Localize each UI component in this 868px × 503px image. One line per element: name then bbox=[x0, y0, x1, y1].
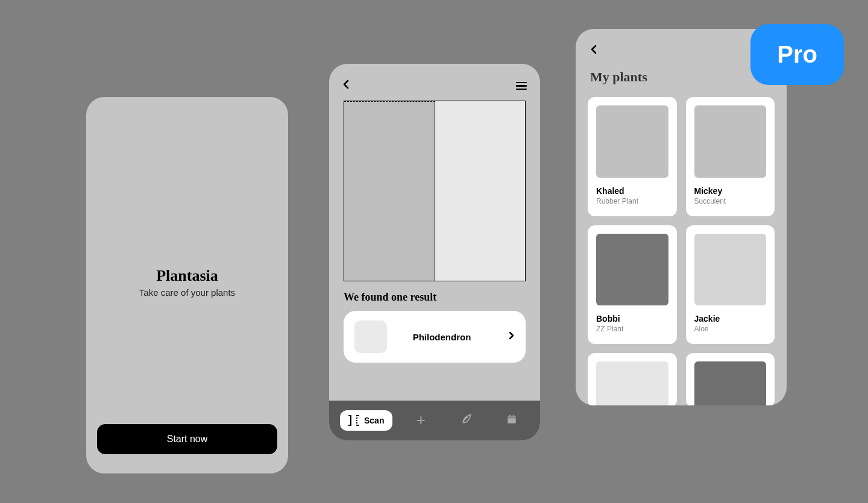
plants-screen: My plants Khaled Rubber Plant Mickey Suc… bbox=[576, 29, 787, 405]
plants-grid: Khaled Rubber Plant Mickey Succulent Bob… bbox=[588, 97, 775, 405]
welcome-screen: Plantasia Take care of your plants Start… bbox=[86, 97, 288, 473]
app-title: Plantasia bbox=[86, 267, 288, 285]
svg-rect-2 bbox=[510, 415, 511, 417]
menu-icon[interactable] bbox=[516, 82, 527, 90]
back-icon[interactable] bbox=[590, 45, 775, 57]
plant-name: Jackie bbox=[694, 314, 767, 323]
bottom-nav: Scan + bbox=[329, 401, 540, 440]
plant-image bbox=[694, 105, 767, 178]
scan-left-pane bbox=[344, 101, 435, 281]
plant-species: ZZ Plant bbox=[596, 325, 668, 333]
nav-scan-button[interactable]: Scan bbox=[340, 410, 392, 431]
calendar-icon bbox=[506, 414, 517, 425]
plant-card[interactable] bbox=[686, 353, 775, 405]
plant-species: Succulent bbox=[694, 197, 767, 205]
plant-card[interactable]: Mickey Succulent bbox=[686, 97, 775, 216]
plant-card[interactable]: Khaled Rubber Plant bbox=[588, 97, 677, 216]
svg-rect-1 bbox=[508, 416, 517, 419]
result-card[interactable]: Philodendron bbox=[344, 311, 526, 363]
plant-image bbox=[596, 105, 668, 178]
plant-card[interactable]: Bobbi ZZ Plant bbox=[588, 225, 677, 345]
nav-calendar-button[interactable] bbox=[495, 413, 530, 428]
plant-card[interactable] bbox=[588, 353, 677, 405]
leaf-icon bbox=[461, 413, 473, 425]
plant-name: Khaled bbox=[596, 186, 668, 196]
result-name: Philodendron bbox=[395, 332, 500, 342]
chevron-right-icon bbox=[509, 331, 515, 342]
scan-viewport bbox=[344, 101, 526, 281]
plant-card[interactable]: Jackie Aloe bbox=[686, 225, 775, 345]
plant-image bbox=[694, 234, 767, 306]
app-subtitle: Take care of your plants bbox=[86, 287, 288, 298]
scan-right-pane bbox=[435, 101, 526, 281]
scan-icon bbox=[348, 415, 359, 426]
start-button[interactable]: Start now bbox=[97, 424, 277, 454]
plant-image bbox=[694, 361, 767, 405]
nav-plants-button[interactable] bbox=[449, 413, 484, 428]
welcome-center: Plantasia Take care of your plants bbox=[86, 267, 288, 298]
back-icon[interactable] bbox=[342, 80, 350, 92]
scan-screen: We found one result Philodendron Scan + bbox=[329, 64, 540, 440]
plant-name: Mickey bbox=[694, 186, 767, 196]
result-heading: We found one result bbox=[344, 291, 526, 304]
scan-header bbox=[329, 64, 540, 101]
plant-species: Rubber Plant bbox=[596, 197, 668, 205]
pro-badge: Pro bbox=[750, 24, 844, 85]
plant-name: Bobbi bbox=[596, 314, 668, 323]
plant-species: Aloe bbox=[694, 325, 767, 333]
plants-title: My plants bbox=[590, 69, 775, 85]
plant-image bbox=[596, 361, 668, 405]
plus-icon: + bbox=[417, 411, 426, 429]
plant-image bbox=[596, 234, 668, 306]
nav-add-button[interactable]: + bbox=[403, 412, 438, 429]
nav-scan-label: Scan bbox=[364, 416, 384, 425]
result-thumbnail bbox=[354, 320, 387, 353]
svg-rect-3 bbox=[514, 415, 515, 417]
